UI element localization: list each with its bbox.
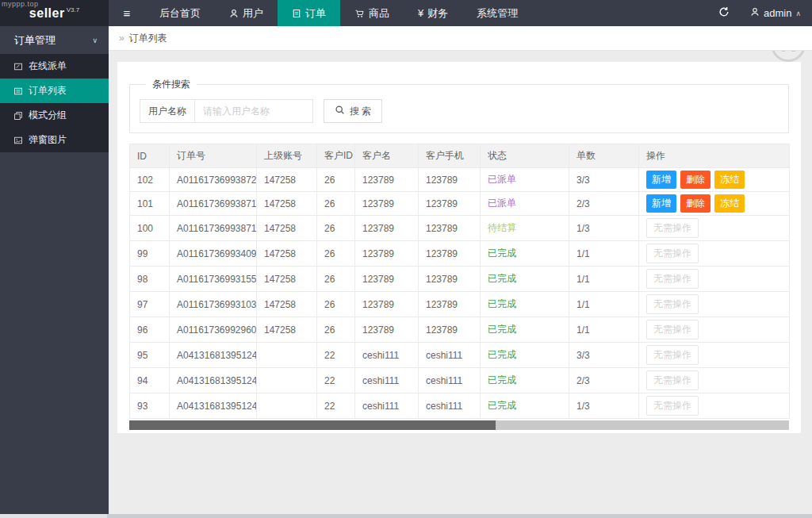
- table-cell: 123789: [419, 317, 481, 343]
- refresh-button[interactable]: [718, 6, 730, 20]
- layers-icon: [13, 111, 23, 121]
- nav-label: 系统管理: [477, 6, 518, 21]
- table-cell: 123789: [355, 267, 419, 292]
- nav-item-dashboard[interactable]: 后台首页: [145, 0, 215, 26]
- username-field-group: 用户名称: [140, 99, 313, 123]
- table-cell-actions: 新增删除冻结: [639, 168, 790, 192]
- table-cell: 123789: [355, 317, 419, 343]
- table-cell: ceshi111: [355, 368, 419, 393]
- freeze-button[interactable]: 冻结: [714, 171, 745, 189]
- table-horizontal-scrollbar[interactable]: [129, 420, 789, 430]
- delete-button[interactable]: 删除: [680, 171, 710, 189]
- table-cell: 147258: [257, 192, 317, 216]
- delete-button[interactable]: 删除: [680, 194, 710, 213]
- person-icon: [750, 7, 760, 19]
- table-cell: 96: [130, 317, 170, 343]
- table-cell-actions: 无需操作: [639, 241, 790, 267]
- status-badge: 待结算: [488, 222, 516, 233]
- table-cell: A01161736993103512: [170, 292, 257, 317]
- table-cell: ceshi111: [355, 343, 419, 368]
- table-cell: 22: [317, 393, 355, 419]
- chevron-up-icon: ∧: [795, 10, 801, 17]
- breadcrumb: » 订单列表: [109, 26, 812, 51]
- sidebar-group-order-management[interactable]: 订单管理 ∨: [0, 26, 109, 54]
- no-action-button: 无需操作: [646, 370, 699, 390]
- table-row: 101A011617369938712761472582612378912378…: [130, 192, 790, 216]
- nav-label: 后台首页: [159, 6, 201, 21]
- table-cell: 101: [130, 192, 170, 216]
- table-cell-actions: 无需操作: [639, 343, 790, 368]
- status-badge: 已完成: [488, 324, 516, 335]
- table-cell: A01161736992960833: [170, 317, 257, 343]
- no-action-button: 无需操作: [646, 345, 699, 365]
- no-action-button: 无需操作: [646, 396, 699, 416]
- table-cell: 26: [317, 267, 355, 292]
- sidebar-item-popup-image[interactable]: 弹窗图片: [0, 128, 109, 152]
- table-row: 93A0413168139512451722ceshi111ceshi111已完…: [130, 393, 790, 419]
- nav-item-system[interactable]: 系统管理: [462, 0, 532, 26]
- table-cell-count: 1/3: [569, 216, 639, 241]
- table-cell: 123789: [419, 292, 481, 317]
- table-row: 100A011617369938713381472582612378912378…: [130, 216, 790, 241]
- table-cell: A01161736993871338: [170, 216, 257, 241]
- header-right: admin ∧: [718, 0, 812, 26]
- table-cell: 26: [317, 292, 355, 317]
- nav-label: 订单: [305, 6, 326, 21]
- table-cell: 147258: [257, 267, 317, 292]
- search-button[interactable]: 搜 索: [324, 99, 382, 123]
- table-cell-count: 2/3: [569, 368, 639, 393]
- table-cell: 98: [130, 267, 170, 292]
- sidebar-item-order-list[interactable]: 订单列表: [0, 79, 109, 103]
- document-icon: [292, 9, 301, 18]
- table-cell-actions: 无需操作: [639, 393, 790, 419]
- table-row: 99A0116173699340915114725826123789123789…: [130, 241, 790, 267]
- table-cell: A01161736993155628: [170, 267, 257, 292]
- nav-item-finance[interactable]: ¥ 财务: [404, 0, 462, 26]
- dispatch-icon: [13, 62, 23, 71]
- table-cell: A01161736993871276: [170, 192, 257, 216]
- col-header-customer-name: 客户名: [355, 144, 419, 168]
- table-cell: [257, 368, 317, 393]
- sidebar-item-online-dispatch[interactable]: 在线派单: [0, 54, 109, 79]
- nav-item-orders[interactable]: 订单: [278, 0, 340, 26]
- table-cell-actions: 无需操作: [639, 368, 790, 393]
- sidebar-group-label: 订单管理: [14, 33, 56, 48]
- window-scrollbar-thumb[interactable]: [0, 514, 107, 518]
- search-button-label: 搜 索: [350, 105, 371, 118]
- table-cell: 102: [130, 168, 170, 192]
- table-cell-count: 1/1: [569, 292, 639, 317]
- col-header-order-no: 订单号: [170, 144, 257, 168]
- table-cell-status: 已完成: [481, 343, 569, 368]
- table-cell: 123789: [355, 216, 419, 241]
- table-scrollbar-thumb[interactable]: [129, 420, 496, 430]
- table-cell: ceshi111: [419, 343, 481, 368]
- table-cell-actions: 新增删除冻结: [639, 192, 790, 216]
- add-button[interactable]: 新增: [646, 194, 676, 213]
- table-cell: 22: [317, 343, 355, 368]
- col-header-id: ID: [130, 144, 170, 168]
- window-horizontal-scrollbar[interactable]: [0, 514, 812, 518]
- status-badge: 已派单: [488, 174, 516, 185]
- table-cell: 123789: [355, 292, 419, 317]
- image-icon: [13, 136, 23, 145]
- col-header-actions: 操作: [639, 144, 790, 168]
- user-menu[interactable]: admin ∧: [750, 7, 801, 19]
- table-cell-status: 已完成: [481, 241, 569, 267]
- col-header-parent-account: 上级账号: [257, 144, 317, 168]
- table-cell: ceshi111: [419, 368, 481, 393]
- table-cell: 123789: [355, 241, 419, 267]
- breadcrumb-marker: »: [119, 33, 124, 44]
- order-table: ID 订单号 上级账号 客户ID 客户名 客户手机 状态 单数 操作 102A0…: [129, 144, 790, 419]
- username-input[interactable]: [195, 100, 312, 122]
- nav-label: 商品: [369, 6, 389, 21]
- status-badge: 已完成: [488, 349, 516, 360]
- sidebar-item-mode-group[interactable]: 模式分组: [0, 103, 109, 128]
- add-button[interactable]: 新增: [646, 171, 676, 189]
- sidebar-collapse-button[interactable]: ≡: [109, 0, 145, 26]
- freeze-button[interactable]: 冻结: [714, 194, 745, 213]
- table-row: 96A0116173699296083314725826123789123789…: [130, 317, 790, 343]
- table-cell-count: 3/3: [569, 168, 639, 192]
- nav-item-products[interactable]: 商品: [340, 0, 404, 26]
- nav-item-users[interactable]: 用户: [215, 0, 278, 26]
- table-cell-status: 已完成: [481, 267, 569, 292]
